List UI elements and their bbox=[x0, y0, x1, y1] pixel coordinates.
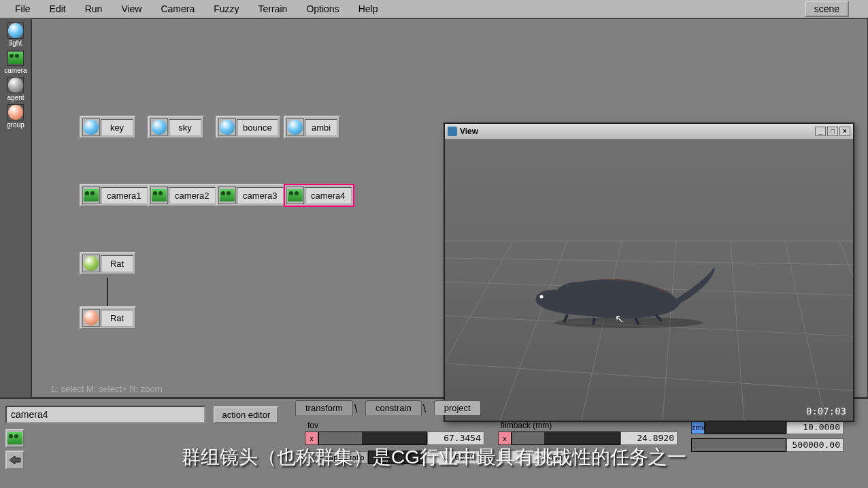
menu-fuzzy[interactable]: Fuzzy bbox=[204, 1, 248, 16]
agent-icon bbox=[82, 255, 100, 272]
node-agent-rat[interactable]: Rat bbox=[80, 252, 136, 275]
menubar: File Edit Run View Camera Fuzzy Terrain … bbox=[0, 0, 868, 18]
tool-light[interactable]: light bbox=[0, 21, 31, 48]
camera-icon bbox=[286, 186, 304, 204]
selected-type-icon[interactable] bbox=[5, 429, 24, 448]
viewport-3d[interactable]: ↖ 0:07:03 bbox=[445, 139, 853, 421]
minimize-button[interactable]: _ bbox=[815, 127, 826, 136]
fov-value[interactable]: 67.3454 bbox=[427, 432, 484, 445]
node-camera1[interactable]: camera1 bbox=[80, 184, 150, 207]
camera-icon bbox=[82, 186, 100, 204]
zmin-slider[interactable] bbox=[705, 421, 786, 434]
prop-zrange: zmin 10.0000 500000.00 bbox=[691, 421, 844, 464]
agent-icon bbox=[7, 77, 24, 93]
camera-icon bbox=[7, 50, 24, 66]
cursor-icon: ↖ bbox=[615, 312, 624, 325]
node-light-ambi[interactable]: ambi bbox=[284, 116, 340, 139]
axis-x-button[interactable]: x bbox=[305, 432, 318, 445]
svg-point-14 bbox=[540, 295, 544, 299]
zmin-value[interactable]: 10.0000 bbox=[786, 421, 844, 434]
zmax-slider[interactable] bbox=[691, 438, 786, 452]
light-icon bbox=[82, 118, 100, 136]
canvas-hint: L: select M: select+ R: zoom bbox=[51, 384, 163, 394]
node-light-sky[interactable]: sky bbox=[148, 116, 204, 139]
svg-point-13 bbox=[554, 317, 703, 328]
tool-agent[interactable]: agent bbox=[0, 76, 31, 103]
tool-group[interactable]: group bbox=[0, 103, 31, 130]
timecode: 0:07:03 bbox=[806, 406, 846, 417]
menu-help[interactable]: Help bbox=[349, 1, 388, 16]
selected-name-field[interactable]: camera4 bbox=[5, 406, 205, 423]
menu-view[interactable]: View bbox=[112, 1, 151, 16]
filmback-slider[interactable] bbox=[512, 432, 620, 445]
node-link bbox=[107, 278, 108, 306]
node-camera2[interactable]: camera2 bbox=[148, 184, 218, 207]
menu-run[interactable]: Run bbox=[76, 1, 112, 16]
tool-camera[interactable]: camera bbox=[0, 48, 31, 76]
group-icon bbox=[7, 104, 24, 120]
menu-edit[interactable]: Edit bbox=[40, 1, 76, 16]
menu-camera[interactable]: Camera bbox=[151, 1, 204, 16]
menu-file[interactable]: File bbox=[5, 1, 40, 16]
light-icon bbox=[218, 118, 236, 136]
node-camera4[interactable]: camera4 bbox=[284, 184, 354, 207]
node-group-rat[interactable]: Rat bbox=[80, 306, 136, 329]
prev-button[interactable] bbox=[5, 451, 24, 470]
node-camera3[interactable]: camera3 bbox=[216, 184, 286, 207]
close-button[interactable]: × bbox=[839, 127, 850, 136]
arrow-left-icon bbox=[8, 455, 22, 466]
menu-options[interactable]: Options bbox=[297, 1, 348, 16]
subtitle-text: 群组镜头（也称群集）是CG行业中最具有挑战性的任务之一 bbox=[182, 444, 686, 470]
light-icon bbox=[7, 22, 24, 39]
light-icon bbox=[150, 118, 168, 136]
node-light-key[interactable]: key bbox=[80, 116, 136, 139]
tab-project[interactable]: project bbox=[434, 400, 481, 415]
tab-constrain[interactable]: constrain bbox=[365, 400, 422, 415]
tab-transform[interactable]: transform bbox=[295, 400, 353, 415]
zmax-value[interactable]: 500000.00 bbox=[786, 438, 844, 452]
app-icon bbox=[448, 127, 457, 136]
camera-icon bbox=[150, 186, 168, 204]
camera-icon bbox=[218, 186, 236, 204]
view-titlebar[interactable]: View _ □ × bbox=[445, 124, 853, 139]
action-editor-button[interactable]: action editor bbox=[214, 406, 278, 423]
view-window[interactable]: View _ □ × bbox=[444, 123, 854, 422]
view-title: View bbox=[460, 127, 478, 136]
menu-terrain[interactable]: Terrain bbox=[249, 1, 297, 16]
node-light-bounce[interactable]: bounce bbox=[216, 116, 281, 139]
maximize-button[interactable]: □ bbox=[827, 127, 838, 136]
zmin-button[interactable]: zmin bbox=[691, 421, 705, 434]
left-toolbar: light camera agent group bbox=[0, 18, 31, 397]
filmback-value[interactable]: 24.8920 bbox=[620, 432, 678, 445]
fov-slider[interactable] bbox=[318, 432, 427, 445]
group-icon bbox=[82, 309, 100, 327]
axis-x-button[interactable]: x bbox=[498, 432, 512, 445]
scene-button[interactable]: scene bbox=[805, 1, 849, 17]
light-icon bbox=[286, 118, 304, 136]
